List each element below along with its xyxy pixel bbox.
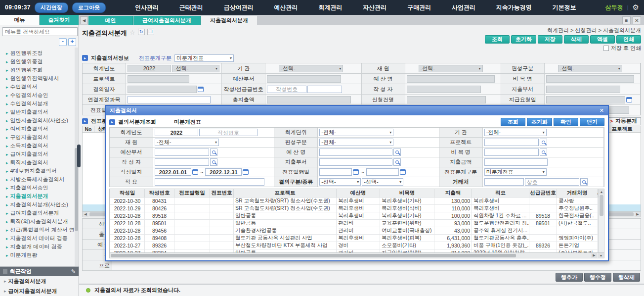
- sidebar-item[interactable]: ▸ 원인행위잔액명세서: [6, 74, 79, 83]
- table-row[interactable]: 2022-10-28 89408 철도기관 공동사옥 시설관리 사업 복리후생비…: [110, 234, 599, 242]
- fiscal-year-input[interactable]: [128, 65, 171, 72]
- sidebar-item[interactable]: ▸ 미분개현황: [6, 251, 79, 259]
- table-header-cell[interactable]: 선급금번호: [529, 189, 557, 197]
- linked-account-input[interactable]: [128, 96, 211, 103]
- sidebar-item[interactable]: ▸ 지방소득세지출결의서: [6, 175, 79, 184]
- pay-request-date-input[interactable]: [546, 96, 625, 103]
- search-icon[interactable]: [393, 158, 401, 166]
- m-write-date-from-input[interactable]: [155, 168, 191, 176]
- recent-item[interactable]: ▸ 급여지출결의서분개: [0, 286, 79, 296]
- close-icon[interactable]: ✕: [600, 107, 604, 114]
- tab-menu[interactable]: 메뉴: [0, 15, 40, 25]
- logout-button[interactable]: 로그아웃: [72, 2, 106, 13]
- scroll-down-icon[interactable]: ▼: [598, 253, 604, 258]
- modal-table-vscrollbar[interactable]: ▲: [599, 189, 604, 252]
- item-name-input[interactable]: [546, 75, 634, 83]
- m-item-name-input[interactable]: [484, 148, 539, 156]
- row-action-button[interactable]: 행삭제: [613, 273, 640, 282]
- sidebar-item[interactable]: ▸ 선급/통합결의서 계산서 연: [6, 226, 79, 234]
- table-header-cell[interactable]: 적요: [472, 189, 529, 197]
- modal-table-hscrollbar[interactable]: ▶ ▼: [109, 253, 604, 258]
- table-header-cell[interactable]: 비목명: [380, 189, 434, 197]
- recent-item[interactable]: ▸ 지출결의서분개: [0, 276, 79, 286]
- total-amount-input[interactable]: [267, 96, 351, 103]
- toolbar-button[interactable]: 삭제: [564, 35, 589, 44]
- m-writer-input[interactable]: [155, 158, 209, 166]
- scrollbar-thumb[interactable]: [600, 195, 603, 216]
- budget-name-input[interactable]: [407, 75, 495, 83]
- sidebar-item[interactable]: ▸ 지출결의서분개(사업소): [6, 200, 79, 209]
- writer-input[interactable]: [407, 86, 481, 93]
- table-header-cell[interactable]: 전표발행일: [174, 189, 210, 197]
- topbar-menu-item[interactable]: 근태관리: [179, 3, 203, 12]
- toolbar-button[interactable]: 인쇄: [616, 35, 641, 44]
- m-budget-dept-input[interactable]: [155, 148, 209, 156]
- table-row[interactable]: 2022-10-28 89501 일반공통 관리비 교육훈련비(위탁) 93,0…: [110, 219, 599, 227]
- collapse-all-button[interactable]: -: [59, 38, 67, 46]
- table-row[interactable]: 2022-10-30 80431 SR 고속철도차량(SRT) 청소사업(수도권…: [110, 197, 599, 204]
- request-title-input[interactable]: [407, 96, 486, 103]
- close-icon[interactable]: ✕: [633, 16, 641, 24]
- table-header-cell[interactable]: 작성번호: [145, 189, 174, 197]
- modal-action-button[interactable]: 초기화: [527, 118, 552, 126]
- sidebar-item[interactable]: ▸ 수입결의서승인: [6, 91, 79, 99]
- m-budget-type-select[interactable]: -전체-▾: [319, 139, 393, 146]
- m-vendor-name-input[interactable]: [525, 178, 579, 186]
- m-issue-date-from-input[interactable]: [319, 168, 352, 176]
- detail-row-field[interactable]: [112, 260, 641, 270]
- m-issue-date-to-input[interactable]: [366, 168, 399, 176]
- project-input[interactable]: [128, 75, 189, 83]
- modal-action-button[interactable]: 닫기: [580, 118, 604, 126]
- sidebar-item[interactable]: ▸ 퇴직(외)지출결의서분개: [6, 217, 79, 226]
- table-header-cell[interactable]: 예산명: [337, 189, 380, 197]
- fiscal-year-select[interactable]: -선택-▾: [172, 65, 219, 72]
- search-icon[interactable]: [393, 148, 401, 156]
- m-amount-input[interactable]: [484, 158, 548, 166]
- sidebar-item[interactable]: ▸ 일반지출결의서(사업소): [6, 116, 79, 125]
- extend-time-button[interactable]: 시간연장: [35, 2, 68, 13]
- m-fiscal-year-input[interactable]: [155, 129, 198, 136]
- clear-recent-icon[interactable]: ✎: [71, 268, 76, 275]
- m-slip-split-select[interactable]: 미분개전표▾: [484, 168, 547, 176]
- sidebar-item[interactable]: ▸ 원인행위조정: [6, 49, 79, 57]
- table-row[interactable]: 2022-10-27 89326 부산철도차량정비단 KTX 부품세척 사업 경…: [110, 242, 599, 249]
- tab-scroll-left-icon[interactable]: ◀: [80, 16, 88, 24]
- toolbar-button[interactable]: 저장: [538, 35, 562, 44]
- calendar-icon[interactable]: [626, 97, 632, 102]
- gear-icon[interactable]: ⚙: [633, 3, 639, 12]
- fund-select[interactable]: -선택-▾: [419, 65, 483, 72]
- table-header-cell[interactable]: 지출액: [434, 189, 472, 197]
- toolbar-button[interactable]: 초기화: [511, 35, 536, 44]
- favorite-star-icon[interactable]: ☆: [129, 29, 135, 36]
- calendar-icon[interactable]: [243, 169, 249, 175]
- calendar-icon[interactable]: [192, 169, 198, 175]
- sidebar-item[interactable]: ▸ 지출분개 데이터 검증: [6, 243, 79, 251]
- topbar-menu-item[interactable]: 예산관리: [274, 3, 298, 12]
- sidebar-item[interactable]: ▸ 급여지출결의서: [6, 150, 79, 158]
- m-fund-select[interactable]: -전체-▾: [155, 139, 219, 146]
- doc-no-input[interactable]: [267, 86, 306, 93]
- sidebar-item[interactable]: ▸ 4대보험지출결의서: [6, 167, 79, 175]
- calendar-icon[interactable]: [198, 87, 204, 92]
- search-icon[interactable]: [210, 148, 217, 156]
- sidebar-item[interactable]: ▸ 지출결의서분개: [6, 192, 79, 200]
- search-icon[interactable]: [540, 148, 547, 156]
- print-after-save-checkbox[interactable]: [603, 46, 609, 51]
- document-tab[interactable]: 메인: [88, 16, 133, 25]
- table-row[interactable]: 2022-10-28 89518 일반공통 복리후생비 복리후생비(기타) 10…: [110, 212, 599, 219]
- row-action-button[interactable]: 행추가: [556, 273, 583, 282]
- table-header-cell[interactable]: 작성일: [110, 189, 145, 197]
- topbar-menu-item[interactable]: 인사관리: [135, 3, 159, 12]
- m-summary-input[interactable]: [155, 178, 264, 186]
- m-org-select[interactable]: -전체-▾: [484, 129, 547, 136]
- expand-all-button[interactable]: +: [68, 38, 76, 46]
- table-row[interactable]: 2022-10-29 80426 SR 고속철도차량(SRT) 청소사업(수도권…: [110, 204, 599, 212]
- table-row[interactable]: 2022-10-28 89456 기술환경사업공통 관리비 여비교통비(국내출장…: [110, 227, 599, 234]
- sidebar-item[interactable]: ▸ 지출결의서승인: [6, 184, 79, 192]
- m-kind-select2[interactable]: -선택-▾: [362, 178, 403, 186]
- topbar-menu-item[interactable]: 급상여관리: [224, 3, 254, 12]
- m-doc-no-input[interactable]: [199, 129, 258, 136]
- search-icon[interactable]: [540, 139, 547, 146]
- m-budget-name-input[interactable]: [319, 148, 392, 156]
- org-select[interactable]: -선택-▾: [279, 65, 343, 72]
